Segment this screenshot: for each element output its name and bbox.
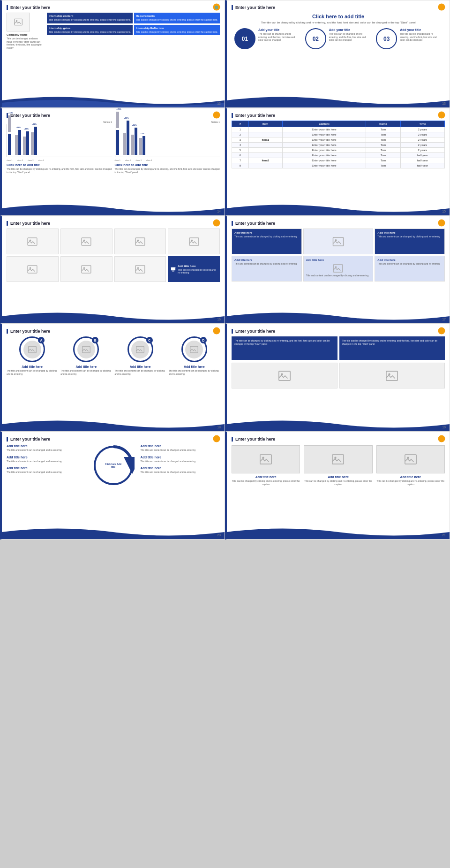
slide-21-title: Enter your title here (232, 437, 445, 442)
slide-21-grid: Add title here Title can be changed by c… (232, 445, 445, 486)
svg-point-11 (83, 239, 85, 241)
slide-18-letter-badge-0: A (38, 337, 45, 343)
th-time: Time (400, 121, 444, 127)
slide-19: Enter your title here The title can be c… (225, 324, 450, 432)
slide-17-title: Enter your title here (232, 221, 445, 226)
slide-20-right: Add title here The title and content can… (141, 444, 220, 487)
slide-17-logo (437, 219, 446, 227)
slide-16-grid: Add title here Title can be changed by c… (7, 228, 220, 282)
slide-14-legend-1: Series 1 (115, 121, 220, 123)
table-row: 1Enter your title hereTom2 years (232, 127, 445, 132)
slide-16-number: 16 (217, 318, 221, 321)
slide-14-chart-0: Series 1 +10% +18% +16% (7, 121, 112, 174)
slide-17-item-5[interactable]: Add title here Title and content can be … (375, 256, 445, 282)
slide-20-right-text-0: The title and content can be changed and… (141, 449, 220, 452)
slide-14-cta-1[interactable]: Click here to add title (115, 163, 220, 167)
slide-14-area-0: +10% +18% +16% +22% (7, 124, 112, 157)
slide-13-content-1: Add your title The titlw can be changed … (329, 28, 371, 42)
slide-14: Enter your title here Series 1 +10% +18% (0, 108, 225, 216)
slide-13-num-2: 03 (383, 36, 390, 42)
bar-1-1: +50% (123, 121, 130, 157)
slide-13-main-title[interactable]: Click here to add title (234, 14, 442, 19)
slide-18: Enter your title here A Add title here T… (0, 324, 225, 432)
slide-14-number: 14 (217, 210, 221, 213)
slide-12-img (7, 13, 30, 31)
slide-16-blue-item[interactable]: Add title here Title can be changed by c… (168, 256, 220, 282)
slide-17-grid: Add title here Title and content can be … (232, 228, 445, 282)
svg-point-46 (407, 457, 409, 459)
slide-17-item-2[interactable]: Add title here Title and content can be … (375, 228, 445, 254)
slide-13: Enter your title here Click here to add … (225, 0, 450, 108)
svg-point-13 (137, 239, 139, 241)
slide-12-box-0[interactable]: Internship content Title can be changed … (47, 13, 133, 23)
slide-14-desc-0: The title can be changed by clicking and… (7, 168, 112, 174)
slide-13-item-text-1: The titlw can be changed and re-entering… (329, 32, 371, 42)
slide-20-left-title-1: Add title here (7, 456, 86, 459)
bar-1-2: +34% (131, 128, 138, 157)
slide-16-blue-text: Title can be changed by clicking and re-… (178, 268, 217, 274)
slide-12-boxes: Internship content Title can be changed … (47, 13, 220, 35)
slide-18-item-0: A Add title here The title and content c… (7, 336, 58, 375)
bar-0-3: +22% (31, 127, 38, 157)
svg-point-6 (438, 112, 445, 119)
slide-20-arrow-top: ▲ (112, 445, 114, 448)
slide-13-item-text-0: The title can be changed and re-entering… (258, 32, 300, 42)
slide-17-item-4-text: Title and content can be changed by clic… (306, 274, 371, 277)
svg-point-17 (30, 267, 31, 269)
slide-19-box-1-text: The title can be changed by clicking and… (342, 339, 442, 346)
slide-12-right: Internship content Title can be changed … (47, 13, 220, 49)
bar-0-1: +18% (15, 130, 22, 157)
slide-20-right-text-1: The title and content can be changed and… (141, 460, 220, 463)
slide-19-top: The title can be changed by clicking and… (232, 336, 445, 360)
slide-18-title: Enter your title here (7, 329, 220, 334)
slide-17-item-4[interactable]: Add title here Title and content can be … (303, 256, 374, 282)
slide-16-img-2 (114, 228, 166, 254)
bar-1-3: +5% (139, 136, 146, 157)
slide-14-cta-0[interactable]: Click here to add title (7, 163, 112, 167)
slide-20-left-item-2: Add title here The title and content can… (7, 466, 86, 474)
slide-12: Enter your title here 🌐 Company name Tit… (0, 0, 225, 108)
slide-15-wave (227, 201, 450, 215)
slide-18-circle-2: C (128, 336, 153, 362)
table-row: 8Enter your title hereTomhalf-year (232, 163, 445, 168)
svg-point-40 (438, 435, 445, 442)
slide-20-cycle-center[interactable]: Click here Add title (103, 463, 124, 468)
slide-12-box-3-text: Title can be changed by clicking and re-… (136, 30, 218, 34)
slide-18-letter-badge-3: D (200, 337, 207, 343)
svg-point-27 (335, 266, 337, 268)
table-row: 7Item2Enter your title hereTomhalf-year (232, 158, 445, 163)
svg-point-33 (438, 327, 445, 335)
slide-20-left-text-0: The title and content can be changed and… (7, 449, 86, 452)
slide-17-item-0[interactable]: Add title here Title and content can be … (232, 228, 302, 254)
slide-14-legend-0: Series 1 (7, 121, 112, 123)
slide-18-logo (212, 327, 221, 335)
slide-18-circle-1: B (73, 336, 99, 362)
slide-13-number: 13 (442, 102, 446, 105)
table-header-row: # Item Content Name Time (232, 121, 445, 127)
slide-18-letter-badge-2: C (146, 337, 153, 343)
slide-19-box-0[interactable]: The title can be changed by clicking and… (232, 336, 338, 360)
slide-21-img-1 (304, 445, 372, 473)
slide-12-content: Company name Title can be changed and ne… (7, 13, 220, 49)
slide-20-number: 20 (217, 533, 221, 537)
slide-18-item-title-3: Add title here (169, 365, 220, 368)
svg-point-4 (438, 4, 445, 11)
slide-18-letter-badge-1: B (92, 337, 98, 343)
slide-12-box-1[interactable]: Requirements Title can be changed by cli… (134, 13, 220, 23)
slide-19-box-1[interactable]: The title can be changed by clicking and… (339, 336, 445, 360)
slide-12-box-3[interactable]: Internship Reflection Title can be chang… (134, 25, 220, 36)
slide-12-box-2-title: Internship gains (49, 27, 131, 30)
slide-20-cycle: Click here Add title ▲ ▼ (90, 444, 137, 487)
slide-13-num-1: 02 (313, 36, 319, 42)
slide-20-left-text-1: The title and content can be changed and… (7, 460, 86, 463)
slide-18-inner-3 (185, 341, 203, 358)
slide-20-left-text-2: The title and content can be changed and… (7, 471, 86, 474)
slide-21-number: 21 (442, 533, 446, 537)
svg-point-38 (213, 435, 220, 442)
slide-13-circle-0: 01 (234, 28, 255, 49)
slide-12-box-2[interactable]: Internship gains Title can be changed by… (47, 25, 133, 36)
slide-17-item-3[interactable]: Add title here Title and content can be … (232, 256, 302, 282)
svg-point-5 (213, 112, 220, 119)
table-row: 2Enter your title hereTom2 years (232, 132, 445, 137)
slide-12-desc: Title can be changed and new input, in t… (7, 37, 44, 49)
